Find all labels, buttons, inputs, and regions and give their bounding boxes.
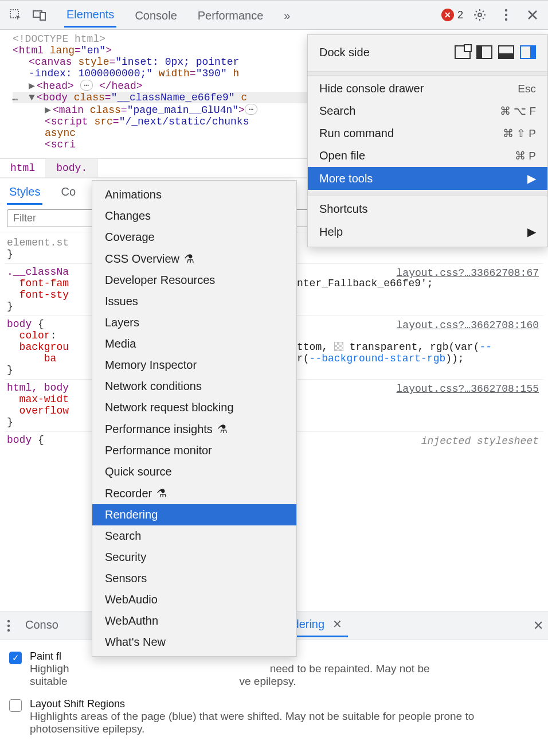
- menu-search[interactable]: Search⌘ ⌥ F: [308, 100, 547, 122]
- devtools-topbar: Elements Console Performance » ✕ 2: [0, 0, 548, 30]
- menu-dock-side: Dock side: [308, 35, 547, 69]
- close-devtools-icon[interactable]: [523, 5, 542, 25]
- svg-rect-2: [40, 13, 45, 20]
- menu-separator: [308, 192, 547, 196]
- submenu-issues[interactable]: Issues: [92, 291, 296, 312]
- svg-point-3: [478, 13, 482, 17]
- kebab-menu-icon[interactable]: [496, 5, 516, 25]
- source-link[interactable]: layout.css?…3662708:155: [397, 383, 539, 395]
- submenu-security[interactable]: Security: [92, 547, 296, 568]
- drawer-body: ✓ Paint fl Highlighneed to be repainted.…: [0, 640, 548, 756]
- svg-point-10: [7, 624, 10, 626]
- layout-shift-option[interactable]: Layout Shift Regions Highlights areas of…: [9, 695, 539, 742]
- submenu-changes[interactable]: Changes: [92, 205, 296, 227]
- submenu-recorder[interactable]: Recorder ⚗: [92, 482, 296, 504]
- submenu-layers[interactable]: Layers: [92, 312, 296, 333]
- submenu-rendering[interactable]: Rendering: [92, 504, 296, 525]
- menu-hide-drawer[interactable]: Hide console drawerEsc: [308, 77, 547, 100]
- submenu-coverage[interactable]: Coverage: [92, 227, 296, 248]
- svg-point-9: [7, 619, 10, 622]
- dock-popout-icon[interactable]: [455, 45, 471, 59]
- drawer-tab-console[interactable]: Conso: [19, 615, 64, 636]
- menu-separator: [308, 71, 547, 76]
- menu-run-command[interactable]: Run command⌘ ⇧ P: [308, 122, 547, 145]
- dock-bottom-icon[interactable]: [498, 45, 514, 59]
- submenu-search[interactable]: Search: [92, 525, 296, 547]
- submenu-css-overview[interactable]: CSS Overview ⚗: [92, 248, 296, 270]
- menu-help[interactable]: Help▶: [308, 220, 547, 243]
- checkbox-unchecked-icon[interactable]: [9, 699, 22, 712]
- crumb-body[interactable]: body.: [46, 159, 98, 177]
- menu-more-tools[interactable]: More tools▶: [308, 167, 547, 190]
- ellipsis-icon[interactable]: ⋯: [80, 80, 93, 91]
- tab-elements[interactable]: Elements: [64, 2, 116, 28]
- expand-arrow-icon[interactable]: ▶: [45, 103, 53, 116]
- crumb-html[interactable]: html: [0, 159, 46, 177]
- submenu-webauthn[interactable]: WebAuthn: [92, 610, 296, 632]
- settings-icon[interactable]: [470, 5, 490, 25]
- source-link[interactable]: layout.css?…3662708:160: [397, 319, 539, 331]
- expand-arrow-icon[interactable]: ▶: [29, 79, 37, 92]
- submenu-dev-resources[interactable]: Developer Resources: [92, 270, 296, 291]
- tab-console[interactable]: Console: [132, 3, 179, 27]
- flask-icon: ⚗: [184, 252, 194, 266]
- ellipsis-icon[interactable]: ⋯: [245, 104, 257, 115]
- svg-point-6: [505, 18, 507, 21]
- submenu-animations[interactable]: Animations: [92, 184, 296, 205]
- collapse-arrow-icon[interactable]: ▼: [29, 92, 37, 103]
- color-swatch-icon[interactable]: [334, 342, 343, 351]
- close-tab-icon[interactable]: ✕: [332, 618, 342, 630]
- error-count-badge[interactable]: ✕ 2: [441, 9, 463, 21]
- dock-left-icon[interactable]: [476, 45, 492, 59]
- submenu-perf-monitor[interactable]: Performance monitor: [92, 440, 296, 461]
- chevron-right-icon: ▶: [527, 172, 536, 185]
- svg-point-4: [505, 9, 507, 11]
- menu-open-file[interactable]: Open file⌘ P: [308, 145, 547, 167]
- submenu-media[interactable]: Media: [92, 333, 296, 354]
- inspect-icon[interactable]: [6, 5, 25, 25]
- device-toggle-icon[interactable]: [30, 5, 49, 25]
- error-count: 2: [457, 9, 463, 21]
- tab-computed[interactable]: Co: [58, 182, 78, 205]
- checkbox-checked-icon[interactable]: ✓: [9, 652, 22, 664]
- main-tabs: Elements Console Performance »: [64, 2, 292, 28]
- close-drawer-icon[interactable]: ✕: [533, 618, 543, 633]
- submenu-network-blocking[interactable]: Network request blocking: [92, 397, 296, 418]
- flask-icon: ⚗: [156, 486, 167, 500]
- main-menu: Dock side Hide console drawerEsc Search⌘…: [307, 34, 548, 247]
- tab-styles[interactable]: Styles: [7, 182, 42, 205]
- source-injected: injected stylesheet: [421, 435, 539, 447]
- svg-point-5: [505, 14, 507, 16]
- drawer-kebab-icon[interactable]: [5, 619, 13, 632]
- error-icon: ✕: [441, 9, 454, 21]
- submenu-quick-source[interactable]: Quick source: [92, 461, 296, 482]
- submenu-network-conditions[interactable]: Network conditions: [92, 376, 296, 397]
- submenu-memory-inspector[interactable]: Memory Inspector: [92, 354, 296, 376]
- submenu-perf-insights[interactable]: Performance insights ⚗: [92, 418, 296, 440]
- selection-marker-icon: ⋯: [12, 93, 18, 106]
- more-tools-submenu: Animations Changes Coverage CSS Overview…: [92, 180, 297, 657]
- chevron-right-icon: ▶: [527, 225, 536, 239]
- dock-right-icon[interactable]: [520, 45, 536, 59]
- submenu-sensors[interactable]: Sensors: [92, 568, 296, 589]
- source-link[interactable]: layout.css?…33662708:67: [397, 267, 539, 279]
- submenu-webaudio[interactable]: WebAudio: [92, 589, 296, 610]
- submenu-whats-new[interactable]: What's New: [92, 632, 296, 653]
- menu-shortcuts[interactable]: Shortcuts: [308, 198, 547, 220]
- flask-icon: ⚗: [217, 422, 228, 436]
- svg-point-11: [7, 629, 10, 631]
- tab-performance[interactable]: Performance: [195, 3, 266, 27]
- tab-overflow[interactable]: »: [281, 3, 292, 27]
